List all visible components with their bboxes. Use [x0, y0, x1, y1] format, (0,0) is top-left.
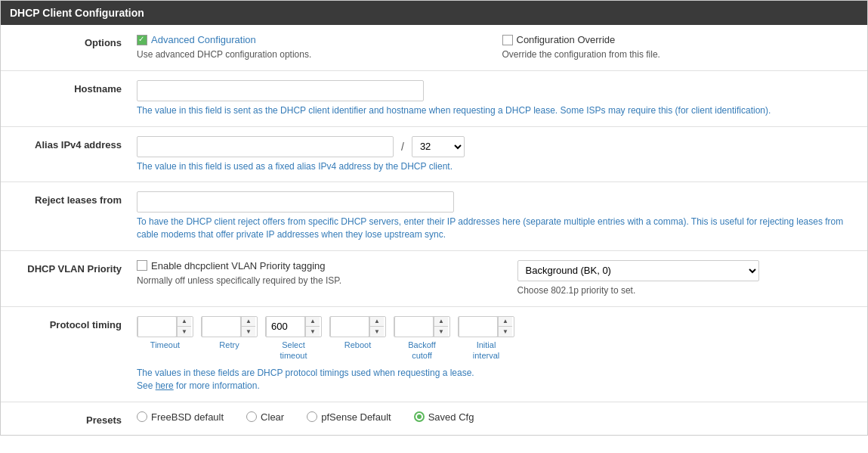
timeout-spinner: ▲ ▼ [137, 316, 193, 337]
dhcp-client-config-panel: DHCP Client Configuration Options Advanc… [0, 0, 868, 436]
initial-interval-spinner: ▲ ▼ [458, 316, 514, 337]
alias-ipv4-content: / 32 31 30 29 28 24 16 8 The value in th… [137, 136, 867, 173]
protocol-timing-row: Protocol timing ▲ ▼ Timeout [1, 307, 867, 402]
timeout-up-arrow[interactable]: ▲ [178, 316, 191, 327]
options-col-right: Configuration Override Override the conf… [487, 34, 853, 61]
preset-freebsd-radio[interactable] [137, 411, 147, 422]
initial-interval-up-arrow[interactable]: ▲ [499, 316, 512, 327]
preset-saved: Saved Cfg [414, 411, 474, 423]
hostname-help: The value in this field is sent as the D… [137, 104, 852, 117]
timing-help1: The values in these fields are DHCP prot… [137, 368, 474, 378]
reject-leases-label: Reject leases from [1, 191, 137, 206]
preset-clear-radio[interactable] [246, 411, 257, 422]
backoff-cutoff-up-arrow[interactable]: ▲ [434, 316, 448, 327]
cidr-separator: / [400, 141, 406, 153]
backoff-cutoff-down-arrow[interactable]: ▼ [434, 327, 448, 337]
reject-leases-help: To have the DHCP client reject offers fr… [137, 216, 852, 241]
timing-help: The values in these fields are DHCP prot… [137, 367, 852, 392]
retry-up-arrow[interactable]: ▲ [242, 316, 255, 327]
options-col-left: Advanced Configuration Use advanced DHCP… [137, 34, 487, 61]
vlan-help: Normally off unless specifically require… [137, 275, 472, 287]
preset-clear-label: Clear [261, 411, 284, 423]
retry-input[interactable] [202, 316, 241, 337]
alias-ipv4-label: Alias IPv4 address [1, 136, 137, 150]
preset-pfsense-label: pfSense Default [321, 411, 391, 423]
dhcp-vlan-row: DHCP VLAN Priority Enable dhcpclient VLA… [1, 251, 867, 307]
backoff-cutoff-input[interactable] [394, 316, 434, 337]
select-timeout-arrows: ▲ ▼ [305, 316, 320, 337]
timing-help2-prefix: See [137, 380, 156, 391]
vlan-left: Enable dhcpclient VLAN Priority tagging … [137, 260, 472, 287]
alias-ipv4-help: The value in this field is used as a fix… [137, 160, 852, 173]
reboot-down-arrow[interactable]: ▼ [370, 327, 384, 337]
config-override-label: Configuration Override [517, 34, 616, 45]
cidr-select[interactable]: 32 31 30 29 28 24 16 8 [412, 136, 465, 157]
vlan-right: Background (BK, 0) Best Effort (BE, 1) E… [517, 260, 853, 297]
timing-help2-suffix: for more information. [174, 380, 260, 391]
dhcp-vlan-label: DHCP VLAN Priority [1, 260, 137, 275]
vlan-inner-row: Enable dhcpclient VLAN Priority tagging … [137, 260, 852, 297]
backoff-cutoff-label: Backoffcutoff [408, 340, 436, 361]
retry-spinner: ▲ ▼ [201, 316, 258, 337]
presets-options: FreeBSD default Clear pfSense Default Sa… [137, 411, 852, 423]
alias-ipv4-input[interactable] [137, 136, 394, 157]
presets-content: FreeBSD default Clear pfSense Default Sa… [137, 411, 867, 423]
timing-here-link[interactable]: here [156, 380, 174, 391]
initial-interval-group: ▲ ▼ Initialinterval [458, 316, 514, 361]
vlan-enable-checkbox[interactable] [137, 260, 147, 271]
initial-interval-arrows: ▲ ▼ [498, 316, 512, 337]
reboot-label: Reboot [344, 340, 371, 350]
retry-arrows: ▲ ▼ [241, 316, 255, 337]
select-timeout-up-arrow[interactable]: ▲ [306, 316, 320, 327]
panel-title-text: DHCP Client Configuration [10, 7, 144, 19]
timeout-label: Timeout [150, 340, 180, 350]
preset-pfsense-radio[interactable] [307, 411, 317, 422]
timeout-arrows: ▲ ▼ [177, 316, 191, 337]
dhcp-vlan-content: Enable dhcpclient VLAN Priority tagging … [137, 260, 867, 297]
hostname-row: Hostname The value in this field is sent… [1, 71, 867, 127]
retry-label: Retry [219, 340, 239, 350]
reboot-input[interactable] [330, 316, 369, 337]
vlan-priority-help: Choose 802.1p priority to set. [517, 284, 853, 297]
options-label: Options [1, 34, 137, 48]
hostname-label: Hostname [1, 80, 137, 95]
reboot-group: ▲ ▼ Reboot [329, 316, 386, 350]
select-timeout-group: ▲ ▼ Selecttimeout [265, 316, 322, 361]
config-override-checkbox[interactable] [502, 35, 513, 45]
vlan-enable-line: Enable dhcpclient VLAN Priority tagging [137, 260, 472, 271]
preset-pfsense: pfSense Default [307, 411, 391, 423]
timeout-input[interactable] [137, 316, 177, 337]
preset-saved-label: Saved Cfg [428, 411, 474, 423]
retry-down-arrow[interactable]: ▼ [242, 327, 255, 337]
select-timeout-input[interactable] [266, 316, 305, 337]
advanced-config-checkbox[interactable] [137, 35, 147, 45]
preset-clear: Clear [246, 411, 284, 423]
backoff-cutoff-group: ▲ ▼ Backoffcutoff [394, 316, 450, 361]
vlan-priority-select[interactable]: Background (BK, 0) Best Effort (BE, 1) E… [517, 260, 759, 281]
config-override-option: Configuration Override [502, 34, 853, 45]
alias-ipv4-input-row: / 32 31 30 29 28 24 16 8 [137, 136, 852, 157]
reboot-up-arrow[interactable]: ▲ [370, 316, 384, 327]
options-row: Options Advanced Configuration Use advan… [1, 25, 867, 71]
reboot-spinner: ▲ ▼ [329, 316, 386, 337]
select-timeout-spinner: ▲ ▼ [265, 316, 322, 337]
select-timeout-down-arrow[interactable]: ▼ [306, 327, 320, 337]
panel-title: DHCP Client Configuration [1, 1, 867, 25]
reject-leases-row: Reject leases from To have the DHCP clie… [1, 182, 867, 251]
alias-ipv4-row: Alias IPv4 address / 32 31 30 29 28 24 1… [1, 127, 867, 183]
initial-interval-input[interactable] [459, 316, 498, 337]
advanced-config-option: Advanced Configuration [137, 34, 487, 45]
timeout-down-arrow[interactable]: ▼ [178, 327, 191, 337]
preset-saved-radio[interactable] [414, 411, 425, 422]
initial-interval-down-arrow[interactable]: ▼ [499, 327, 512, 337]
preset-freebsd: FreeBSD default [137, 411, 224, 423]
config-override-help: Override the configuration from this fil… [502, 48, 853, 61]
advanced-config-label: Advanced Configuration [151, 34, 256, 45]
reject-leases-input[interactable] [137, 191, 454, 213]
hostname-input[interactable] [137, 80, 424, 101]
retry-group: ▲ ▼ Retry [201, 316, 258, 350]
options-content: Advanced Configuration Use advanced DHCP… [137, 34, 867, 61]
timeout-group: ▲ ▼ Timeout [137, 316, 193, 350]
select-timeout-label: Selecttimeout [280, 340, 307, 361]
protocol-timing-content: ▲ ▼ Timeout ▲ ▼ Retry [137, 316, 867, 392]
